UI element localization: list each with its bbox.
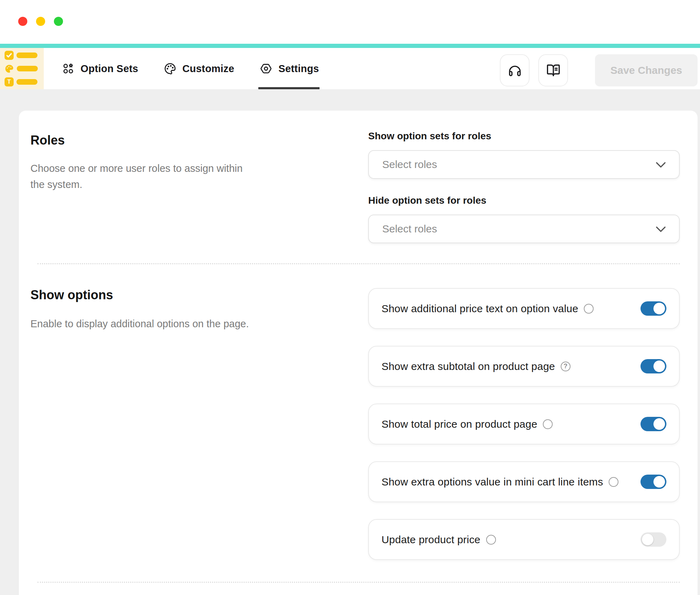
roles-section-title: Roles: [30, 133, 65, 148]
roles-fields: Show option sets for roles Select roles …: [368, 131, 680, 259]
toggle-knob: [642, 534, 653, 545]
main-nav: Option Sets Customize Settings: [62, 48, 319, 89]
minimize-window-button[interactable]: [36, 17, 45, 26]
tab-option-sets[interactable]: Option Sets: [62, 48, 138, 89]
tab-customize[interactable]: Customize: [164, 48, 234, 89]
tab-label: Customize: [182, 63, 234, 75]
toggle-switch[interactable]: [640, 301, 666, 316]
logo-bar: [16, 52, 37, 58]
documentation-button[interactable]: [538, 54, 568, 86]
show-options-section-title: Show options: [30, 288, 113, 302]
palette-outline-icon: [164, 63, 176, 75]
section-divider: [37, 263, 680, 264]
zoom-window-button[interactable]: [54, 17, 63, 26]
toggle-switch[interactable]: [640, 417, 666, 431]
toggle-row: Show total price on product page: [368, 404, 680, 444]
toggle-switch[interactable]: [640, 532, 666, 547]
close-window-button[interactable]: [18, 17, 27, 26]
save-changes-button[interactable]: Save Changes: [595, 54, 698, 86]
open-book-icon: [546, 63, 560, 77]
role-field: Hide option sets for roles Select roles: [368, 195, 680, 243]
show-options-section-description: Enable to display additional options on …: [30, 316, 296, 332]
settings-card: Roles Choose one or more user roles to a…: [19, 111, 698, 595]
help-icon[interactable]: [543, 419, 553, 429]
logo-bar: [16, 79, 37, 85]
logo-row: T: [5, 77, 44, 87]
help-icon[interactable]: [609, 477, 618, 487]
toggle-row-label: Update product price: [382, 534, 481, 546]
chevron-down-icon: [655, 161, 666, 169]
settings-nut-icon: [260, 63, 272, 75]
palette-icon: [5, 64, 14, 74]
content-area: Roles Choose one or more user roles to a…: [0, 89, 700, 595]
role-select-placeholder: Select roles: [382, 159, 437, 170]
tab-settings[interactable]: Settings: [260, 48, 319, 89]
logo-bar: [17, 66, 38, 71]
toggle-row-label: Show extra options value in mini cart li…: [382, 476, 603, 488]
chevron-down-icon: [655, 225, 666, 233]
header: T Option Sets: [0, 48, 700, 89]
toggle-switch[interactable]: [640, 359, 666, 373]
toggle-row-label: Show total price on product page: [382, 418, 537, 430]
tab-label: Option Sets: [80, 63, 138, 75]
toggle-row: Show additional price text on option val…: [368, 288, 680, 329]
logo-row: [5, 51, 44, 60]
headphones-icon: [508, 63, 522, 77]
section-divider: [37, 582, 680, 583]
toggle-row: Show extra options value in mini cart li…: [368, 461, 680, 502]
toggle-switch[interactable]: [640, 475, 666, 489]
help-icon[interactable]: [486, 535, 496, 545]
accent-bar: [0, 44, 700, 48]
role-field-label: Show option sets for roles: [368, 131, 680, 142]
help-icon[interactable]: [584, 304, 594, 314]
toggle-knob: [653, 360, 665, 372]
toggle-knob: [653, 303, 665, 314]
toggle-row-label: Show extra subtotal on product page: [382, 360, 555, 372]
app-window: T Option Sets: [0, 0, 700, 595]
toggle-row-label: Show additional price text on option val…: [382, 303, 578, 315]
support-button[interactable]: [500, 54, 530, 86]
toggle-row: Update product price: [368, 519, 680, 560]
role-select[interactable]: Select roles: [368, 150, 680, 179]
toggle-knob: [653, 476, 665, 488]
role-field-label: Hide option sets for roles: [368, 195, 680, 206]
window-controls: [18, 17, 63, 26]
toggle-row: Show extra subtotal on product page ?: [368, 346, 680, 387]
tab-label: Settings: [278, 63, 319, 75]
app-logo: T: [0, 48, 44, 89]
toggle-rows: Show additional price text on option val…: [368, 288, 680, 560]
help-icon[interactable]: ?: [561, 362, 570, 371]
check-square-icon: [5, 51, 14, 60]
roles-section-description: Choose one or more user roles to assign …: [30, 160, 254, 192]
logo-row: [5, 64, 44, 74]
role-select[interactable]: Select roles: [368, 215, 680, 243]
role-field: Show option sets for roles Select roles: [368, 131, 680, 179]
option-sets-icon: [62, 63, 74, 75]
toggle-knob: [653, 418, 665, 430]
role-select-placeholder: Select roles: [382, 223, 437, 235]
text-badge-icon: T: [5, 77, 14, 86]
